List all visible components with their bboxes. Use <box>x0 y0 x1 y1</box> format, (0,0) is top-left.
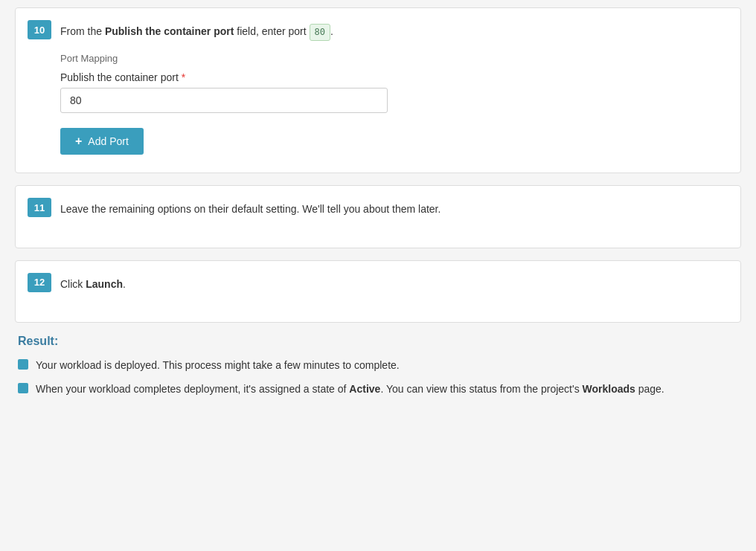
add-port-button-label: Add Port <box>88 135 128 147</box>
plus-icon: + <box>75 135 82 147</box>
result-list: Your workload is deployed. This process … <box>18 357 738 398</box>
required-star: * <box>182 71 185 83</box>
publish-container-port-label: Publish the container port* <box>60 71 723 83</box>
result-item-1: Your workload is deployed. This process … <box>18 357 738 373</box>
result-item-1-text: Your workload is deployed. This process … <box>36 357 400 373</box>
step-12-card: 12 Click Launch. <box>15 260 741 323</box>
workloads-bold: Workloads <box>583 383 635 395</box>
step-10-badge: 10 <box>28 20 51 39</box>
result-title: Result: <box>18 335 738 348</box>
result-bullet-1 <box>18 359 28 370</box>
result-item-2: When your workload completes deployment,… <box>18 381 738 397</box>
active-bold: Active <box>349 383 380 395</box>
step-11-instruction: Leave the remaining options on their def… <box>60 201 723 217</box>
step-12-instruction: Click Launch. <box>60 276 723 292</box>
result-section: Result: Your workload is deployed. This … <box>15 335 741 398</box>
result-item-2-text: When your workload completes deployment,… <box>36 381 664 397</box>
add-port-button[interactable]: + Add Port <box>60 128 144 155</box>
port-mapping-section-label: Port Mapping <box>60 53 723 64</box>
step-10-card: 10 From the Publish the container port f… <box>15 7 741 173</box>
result-bullet-2 <box>18 383 28 393</box>
step-10-instruction: From the Publish the container port fiel… <box>60 23 723 41</box>
step-11-card: 11 Leave the remaining options on their … <box>15 185 741 248</box>
step-11-badge: 11 <box>28 198 51 217</box>
field-name-bold: Publish the container port <box>105 25 234 37</box>
launch-bold: Launch <box>86 278 123 290</box>
step-12-badge: 12 <box>28 273 51 292</box>
port-value-badge: 80 <box>310 24 330 41</box>
publish-container-port-input[interactable] <box>60 88 388 113</box>
